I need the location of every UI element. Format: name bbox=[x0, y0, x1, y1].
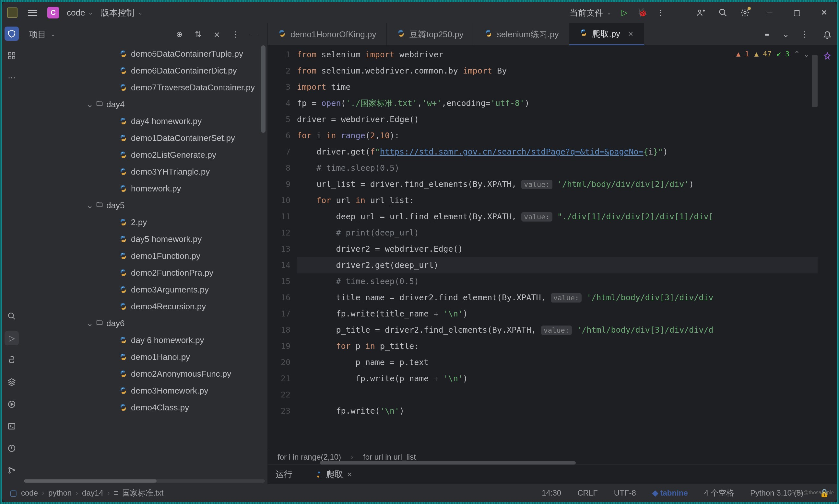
sidebar-more-icon[interactable]: ⋮ bbox=[230, 29, 241, 39]
run-tool-icon[interactable]: ▷ bbox=[4, 331, 19, 345]
folder-row[interactable]: ⌄day5 bbox=[21, 197, 267, 214]
run-config-tab[interactable]: 爬取 ✕ bbox=[315, 469, 352, 480]
project-dropdown[interactable]: code⌄ bbox=[67, 8, 93, 18]
svg-point-21 bbox=[122, 119, 123, 119]
svg-point-57 bbox=[487, 31, 488, 32]
code-with-me-icon[interactable] bbox=[696, 7, 706, 18]
tree-scrollbar[interactable] bbox=[261, 46, 265, 133]
file-row[interactable]: demo3YHTriangle.py bbox=[21, 163, 267, 180]
more-run-icon[interactable]: ⋮ bbox=[656, 7, 666, 18]
settings-icon[interactable] bbox=[740, 7, 750, 18]
tab-more-icon[interactable]: ⋮ bbox=[800, 29, 810, 39]
tabnine-status[interactable]: ◆ tabnine bbox=[652, 488, 688, 498]
editor-scrollbar[interactable] bbox=[812, 55, 818, 107]
code-breadcrumb[interactable]: for i in range(2,10) › for url in url_li… bbox=[268, 449, 837, 465]
maximize-icon[interactable]: ▢ bbox=[789, 5, 805, 20]
watermark: CSDN @thosakapie bbox=[787, 490, 834, 496]
folder-row[interactable]: ⌄day6 bbox=[21, 315, 267, 332]
running-tool-icon[interactable] bbox=[4, 397, 19, 411]
tab-chevron-icon[interactable]: ⌄ bbox=[781, 29, 791, 39]
file-row[interactable]: demo3Homework.py bbox=[21, 382, 267, 399]
file-row[interactable]: 2.py bbox=[21, 214, 267, 231]
svg-point-40 bbox=[124, 291, 124, 292]
file-row[interactable]: demo5DataContainerTuple.py bbox=[21, 46, 267, 62]
editor-hscrollbar[interactable] bbox=[320, 461, 576, 465]
search-icon[interactable] bbox=[718, 7, 728, 18]
editor-tab[interactable]: 豆瓣top250.py bbox=[387, 23, 474, 46]
run-config-dropdown[interactable]: 当前文件⌄ bbox=[570, 7, 611, 18]
file-row[interactable]: demo1DataContainerSet.py bbox=[21, 129, 267, 146]
run-tab[interactable]: 运行 bbox=[276, 469, 293, 480]
editor-tab[interactable]: 爬取.py✕ bbox=[569, 23, 644, 46]
debug-icon[interactable]: 🐞 bbox=[637, 7, 648, 18]
svg-point-16 bbox=[124, 56, 124, 56]
svg-point-48 bbox=[124, 376, 124, 376]
structure-tool-icon[interactable] bbox=[4, 49, 19, 63]
file-row[interactable]: demo4Recursion.py bbox=[21, 298, 267, 315]
file-row[interactable]: demo3Arguments.py bbox=[21, 281, 267, 298]
services-tool-icon[interactable] bbox=[4, 375, 19, 389]
notifications-icon[interactable] bbox=[822, 29, 833, 39]
folder-row[interactable]: ⌄day4 bbox=[21, 96, 267, 113]
line-numbers: 1234567891011121314151617181920212223 bbox=[268, 46, 297, 449]
status-bar: ▢ code› python› day14› ≡国家标准.txt 14:30 C… bbox=[2, 484, 837, 502]
svg-rect-6 bbox=[12, 56, 15, 59]
line-ending[interactable]: CRLF bbox=[577, 488, 598, 498]
problems-tool-icon[interactable] bbox=[4, 441, 19, 455]
file-row[interactable]: homework.py bbox=[21, 180, 267, 197]
file-row[interactable]: demo2AnonymousFunc.py bbox=[21, 365, 267, 382]
code-editor[interactable]: ▲ 1 ▲ 47 ✔ 3 ^ ⌄ 12345678910111213141516… bbox=[268, 46, 818, 449]
locate-icon[interactable]: ⊕ bbox=[174, 29, 185, 39]
ai-assistant-icon[interactable] bbox=[822, 51, 833, 61]
chevron-down-icon[interactable]: ⌄ bbox=[51, 31, 55, 38]
tab-list-icon[interactable]: ≡ bbox=[762, 29, 772, 39]
project-badge[interactable]: C bbox=[47, 7, 59, 18]
file-row[interactable]: day 6 homework.py bbox=[21, 332, 267, 348]
file-encoding[interactable]: UTF-8 bbox=[614, 488, 636, 498]
file-row[interactable]: demo1Hanoi.py bbox=[21, 348, 267, 365]
vcs-dropdown[interactable]: 版本控制⌄ bbox=[101, 7, 143, 18]
breadcrumb-item[interactable]: for url in url_list bbox=[363, 452, 416, 462]
file-row[interactable]: day4 homework.py bbox=[21, 113, 267, 129]
more-tools-icon[interactable]: ⋯ bbox=[4, 71, 19, 85]
expand-collapse-icon[interactable]: ⇅ bbox=[193, 29, 203, 39]
code-content[interactable]: from selenium import webdriverfrom selen… bbox=[297, 46, 818, 449]
close-tab-icon[interactable]: ✕ bbox=[625, 30, 633, 38]
svg-point-18 bbox=[124, 73, 124, 73]
project-tool-icon[interactable] bbox=[4, 26, 19, 41]
svg-point-33 bbox=[122, 236, 123, 237]
cursor-position[interactable]: 14:30 bbox=[542, 488, 561, 498]
path-breadcrumb[interactable]: ▢ code› python› day14› ≡国家标准.txt bbox=[10, 488, 164, 498]
close-window-icon[interactable]: ✕ bbox=[816, 5, 832, 20]
breadcrumb-item[interactable]: for i in range(2,10) bbox=[278, 452, 341, 462]
svg-point-23 bbox=[122, 136, 123, 136]
python-console-icon[interactable] bbox=[4, 353, 19, 367]
terminal-tool-icon[interactable] bbox=[4, 419, 19, 433]
svg-point-54 bbox=[283, 35, 283, 36]
file-row[interactable]: demo2ListGenerate.py bbox=[21, 146, 267, 163]
file-row[interactable]: demo2FunctionPra.py bbox=[21, 264, 267, 281]
editor-tab[interactable]: demo1HonorOfKing.py bbox=[268, 23, 387, 46]
file-row[interactable]: day5 homework.py bbox=[21, 231, 267, 248]
find-tool-icon[interactable] bbox=[4, 309, 19, 323]
file-row[interactable]: demo1Function.py bbox=[21, 248, 267, 264]
file-row[interactable]: demo7TraverseDataContainer.py bbox=[21, 79, 267, 96]
svg-point-47 bbox=[122, 371, 123, 372]
minimize-icon[interactable]: ─ bbox=[762, 5, 777, 20]
svg-point-41 bbox=[122, 304, 123, 305]
editor-tab[interactable]: selenium练习.py bbox=[474, 23, 570, 46]
run-icon[interactable]: ▷ bbox=[619, 7, 630, 18]
git-tool-icon[interactable] bbox=[4, 463, 19, 478]
main-menu-icon[interactable] bbox=[25, 7, 39, 18]
collapse-all-icon[interactable]: ⨯ bbox=[212, 29, 222, 39]
indent-status[interactable]: 4 个空格 bbox=[704, 488, 734, 498]
svg-point-0 bbox=[699, 10, 701, 12]
tree-hscrollbar[interactable] bbox=[24, 480, 265, 483]
file-row[interactable]: demo4Class.py bbox=[21, 399, 267, 416]
close-run-tab-icon[interactable]: ✕ bbox=[347, 471, 352, 479]
file-row[interactable]: demo6DataContainerDict.py bbox=[21, 62, 267, 79]
svg-point-19 bbox=[122, 85, 123, 86]
project-tree[interactable]: demo5DataContainerTuple.pydemo6DataConta… bbox=[21, 46, 267, 480]
hide-sidebar-icon[interactable]: — bbox=[249, 29, 260, 39]
sidebar-title[interactable]: 项目 bbox=[29, 29, 46, 40]
